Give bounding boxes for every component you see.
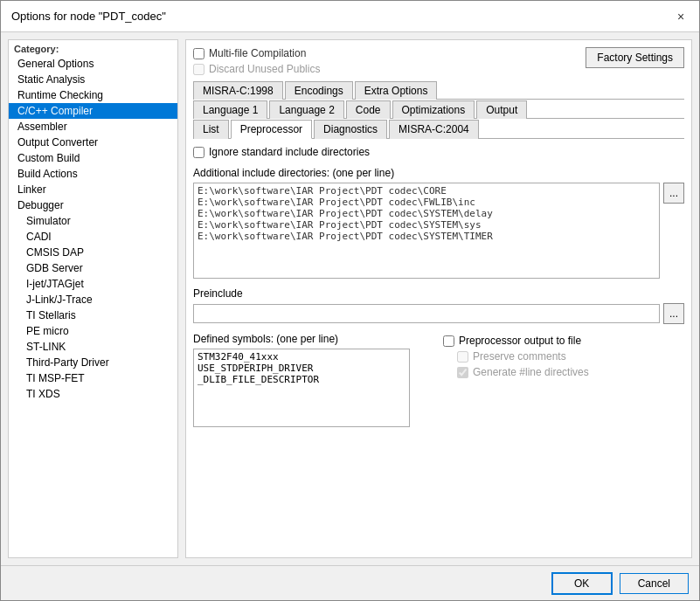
category-label: Category: xyxy=(9,40,177,56)
discard-row: Discard Unused Publics xyxy=(193,63,320,75)
tab-optimizations[interactable]: Optimizations xyxy=(392,100,475,119)
ignore-dirs-label: Ignore standard include directories xyxy=(209,146,370,158)
tab-encodings[interactable]: Encodings xyxy=(285,81,353,100)
sidebar-item-cmsis-dap[interactable]: CMSIS DAP xyxy=(9,245,177,260)
tab-misra-c-2004[interactable]: MISRA-C:2004 xyxy=(389,120,479,139)
additional-dirs-browse-button[interactable]: ... xyxy=(663,183,684,204)
sidebar-item-third-party[interactable]: Third-Party Driver xyxy=(9,355,177,370)
tab-list[interactable]: List xyxy=(193,120,229,139)
sidebar-item-jlink[interactable]: J-Link/J-Trace xyxy=(9,292,177,307)
symbols-row: ... xyxy=(193,349,434,427)
preinclude-row: ... xyxy=(193,303,684,324)
sidebar: Category: General OptionsStatic Analysis… xyxy=(8,39,178,558)
sidebar-item-static-analysis[interactable]: Static Analysis xyxy=(9,72,177,87)
sidebar-item-ti-stellaris[interactable]: TI Stellaris xyxy=(9,307,177,323)
cancel-button[interactable]: Cancel xyxy=(620,573,689,594)
discard-checkbox[interactable] xyxy=(193,64,204,75)
preinclude-label: Preinclude xyxy=(193,287,684,300)
sidebar-item-st-link[interactable]: ST-LINK xyxy=(9,339,177,355)
tab-language1[interactable]: Language 1 xyxy=(193,100,267,119)
sidebar-item-debugger[interactable]: Debugger xyxy=(9,197,177,213)
ok-button[interactable]: OK xyxy=(551,572,613,595)
sidebar-item-gdb-server[interactable]: GDB Server xyxy=(9,260,177,276)
preserve-comments-label: Preserve comments xyxy=(473,350,566,363)
tabs-row3: ListPreprocessorDiagnosticsMISRA-C:2004 xyxy=(193,119,684,139)
multi-file-checkbox[interactable] xyxy=(193,48,204,59)
pp-output-label: Preprocessor output to file xyxy=(459,335,581,347)
tab-language2[interactable]: Language 2 xyxy=(269,100,343,119)
preserve-comments-checkbox[interactable] xyxy=(457,351,468,363)
content-area: Ignore standard include directories Addi… xyxy=(193,139,684,550)
generate-line-row: Generate #line directives xyxy=(443,366,684,378)
pp-output-row: Preprocessor output to file xyxy=(443,335,684,347)
additional-dirs-section: Additional include directories: (one per… xyxy=(193,167,684,279)
additional-dirs-textarea[interactable] xyxy=(193,183,660,279)
sidebar-item-output-converter[interactable]: Output Converter xyxy=(9,135,177,150)
defined-symbols-label: Defined symbols: (one per line) xyxy=(193,333,434,345)
preprocessor-output-section: Preprocessor output to file Preserve com… xyxy=(443,333,684,427)
sidebar-item-linker[interactable]: Linker xyxy=(9,182,177,197)
dialog-footer: OK Cancel xyxy=(1,565,699,600)
sidebar-item-assembler[interactable]: Assembler xyxy=(9,119,177,135)
dialog-body: Category: General OptionsStatic Analysis… xyxy=(1,32,699,565)
pp-output-checkbox[interactable] xyxy=(443,335,454,347)
tab-diagnostics[interactable]: Diagnostics xyxy=(314,120,387,139)
additional-dirs-label: Additional include directories: (one per… xyxy=(193,167,684,179)
sidebar-item-build-actions[interactable]: Build Actions xyxy=(9,166,177,182)
multi-file-label: Multi-file Compilation xyxy=(209,47,306,59)
close-button[interactable]: × xyxy=(673,9,689,24)
tabs-row2: Language 1Language 2CodeOptimizationsOut… xyxy=(193,100,684,119)
multi-file-row: Multi-file Compilation xyxy=(193,47,320,59)
factory-settings-button[interactable]: Factory Settings xyxy=(586,47,684,68)
checkbox-area: Multi-file Compilation Discard Unused Pu… xyxy=(193,47,320,75)
sidebar-item-cpp-compiler[interactable]: C/C++ Compiler xyxy=(9,103,177,119)
sidebar-item-general-options[interactable]: General Options xyxy=(9,56,177,72)
sidebar-item-runtime-checking[interactable]: Runtime Checking xyxy=(9,87,177,103)
title-bar: Options for node "PDT_codec" × xyxy=(1,1,699,32)
preinclude-section: Preinclude ... xyxy=(193,287,684,324)
ignore-row: Ignore standard include directories xyxy=(193,146,684,158)
additional-dirs-row: ... xyxy=(193,183,684,279)
sidebar-item-ti-xds[interactable]: TI XDS xyxy=(9,386,177,402)
main-panel: Multi-file Compilation Discard Unused Pu… xyxy=(185,39,692,558)
sidebar-item-pe-micro[interactable]: PE micro xyxy=(9,323,177,339)
defined-symbols-section: Defined symbols: (one per line) ... xyxy=(193,333,434,427)
bottom-section: Defined symbols: (one per line) ... Prep… xyxy=(193,333,684,427)
top-row: Multi-file Compilation Discard Unused Pu… xyxy=(193,47,684,75)
preserve-comments-row: Preserve comments xyxy=(443,350,684,363)
dialog: Options for node "PDT_codec" × Category:… xyxy=(0,0,700,601)
preinclude-input[interactable] xyxy=(193,304,660,323)
defined-symbols-textarea[interactable] xyxy=(193,349,410,427)
sidebar-item-cadi[interactable]: CADI xyxy=(9,229,177,245)
sidebar-item-custom-build[interactable]: Custom Build xyxy=(9,150,177,166)
dialog-title: Options for node "PDT_codec" xyxy=(11,10,166,23)
sidebar-item-ti-msp-fet[interactable]: TI MSP-FET xyxy=(9,370,177,386)
tab-extra-options[interactable]: Extra Options xyxy=(355,81,438,100)
discard-label: Discard Unused Publics xyxy=(209,63,320,75)
tab-output[interactable]: Output xyxy=(476,100,527,119)
generate-line-checkbox[interactable] xyxy=(457,367,468,378)
tab-code[interactable]: Code xyxy=(346,100,391,119)
tab-misra-c-1998[interactable]: MISRA-C:1998 xyxy=(193,81,283,100)
tab-preprocessor[interactable]: Preprocessor xyxy=(231,120,312,139)
generate-line-label: Generate #line directives xyxy=(473,366,589,378)
sidebar-item-simulator[interactable]: Simulator xyxy=(9,213,177,229)
preinclude-browse-button[interactable]: ... xyxy=(663,303,684,324)
tabs-row1: MISRA-C:1998EncodingsExtra Options xyxy=(193,80,684,100)
ignore-dirs-checkbox[interactable] xyxy=(193,147,204,158)
sidebar-item-i-jet[interactable]: I-jet/JTAGjet xyxy=(9,276,177,292)
